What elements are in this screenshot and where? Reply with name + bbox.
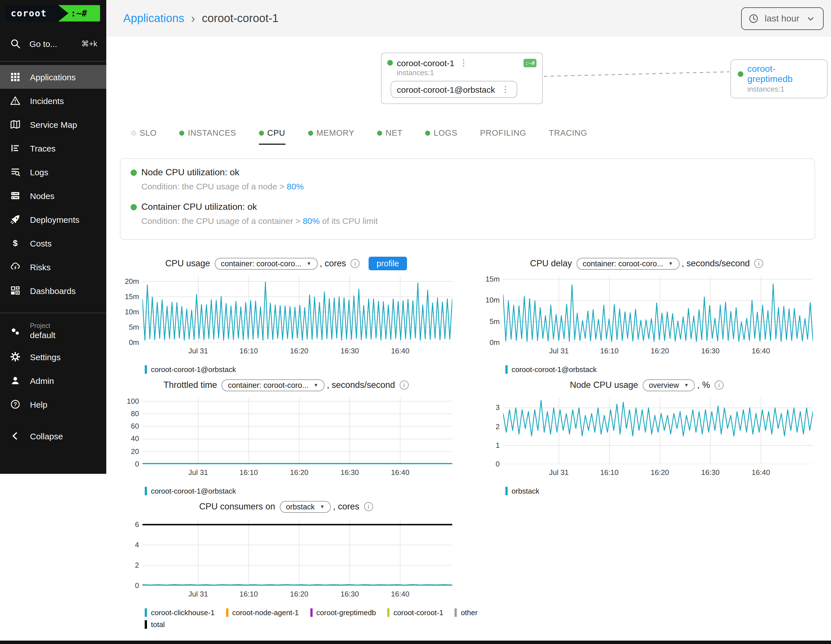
goto-search[interactable]: Go to... ⌘+k (0, 34, 106, 53)
sidebar-item-label: Logs (30, 167, 48, 177)
tab-logs[interactable]: LOGS (425, 128, 457, 145)
sidebar-item-project[interactable]: Project default (0, 318, 106, 345)
legend-item[interactable]: coroot-node-agent-1 (226, 608, 299, 617)
y-axis-label: 5m (481, 317, 500, 325)
sidebar-item-admin[interactable]: Admin (0, 369, 106, 392)
tab-memory[interactable]: MEMORY (308, 128, 355, 145)
chart-plot[interactable] (142, 276, 452, 343)
legend-item[interactable]: coroot-greptimedb (310, 608, 376, 617)
node-selector[interactable]: orbstack▼ (280, 501, 331, 513)
series-selector[interactable]: container: coroot-coro...▼ (221, 379, 325, 391)
legend-swatch (505, 365, 508, 374)
profile-button[interactable]: profile (369, 257, 407, 270)
tab-label: INSTANCES (188, 128, 236, 137)
kebab-icon[interactable]: ⋮ (500, 84, 511, 94)
chart-plot[interactable] (142, 519, 452, 586)
chart-plot[interactable] (503, 276, 813, 343)
x-axis-label: 16:20 (290, 468, 308, 477)
sidebar-item-service-map[interactable]: Service Map (0, 113, 106, 136)
tab-net[interactable]: NET (377, 128, 403, 145)
legend-label: coroot-coroot-1 (393, 608, 443, 617)
tab-cpu[interactable]: CPU (259, 128, 285, 145)
y-axis-label: 2 (120, 561, 139, 569)
threshold-link[interactable]: 80% (303, 216, 320, 226)
coroot-logo[interactable]: coroot :~# (5, 5, 100, 21)
x-axis-label: 16:40 (391, 468, 409, 477)
terminal-badge[interactable]: :~# (524, 59, 536, 67)
series-selector[interactable]: container: coroot-coro...▼ (215, 258, 317, 269)
dependency-node-card: coroot-greptimedb instances:1 (731, 59, 828, 98)
sidebar-item-nodes[interactable]: Nodes (0, 184, 106, 207)
sidebar-item-dashboards[interactable]: Dashboards (0, 279, 106, 303)
legend-item[interactable]: coroot-clickhouse-1 (145, 608, 215, 617)
tab-slo[interactable]: SLO (131, 128, 157, 145)
series-selector[interactable]: overview▼ (643, 379, 695, 391)
kebab-icon[interactable]: ⋮ (458, 58, 469, 68)
sidebar-item-traces[interactable]: Traces (0, 136, 106, 160)
sidebar-item-logs[interactable]: Logs (0, 160, 106, 184)
instances-label: instances:1 (747, 85, 820, 93)
time-range-selector[interactable]: last hour (741, 7, 824, 30)
sidebar-item-collapse[interactable]: Collapse (0, 424, 106, 448)
chart-node-cpu-usage: Node CPU usage overview▼ , % i 0123Jul 3… (481, 378, 813, 495)
legend-label: coroot-node-agent-1 (232, 608, 299, 617)
sidebar-item-label: Dashboards (30, 286, 76, 295)
chart-plot[interactable] (503, 397, 813, 464)
sidebar-item-label: Settings (30, 352, 60, 362)
breadcrumb-applications[interactable]: Applications (123, 12, 184, 25)
sidebar-item-deployments[interactable]: Deployments (0, 207, 106, 231)
dependency-node-link[interactable]: coroot-greptimedb (747, 64, 820, 84)
y-axis-label: 6 (120, 521, 139, 529)
chart-plot[interactable] (142, 397, 452, 464)
tab-profiling[interactable]: PROFILING (480, 128, 526, 145)
y-axis-label: 2 (481, 422, 500, 430)
y-axis-label: 40 (120, 435, 139, 443)
tab-tracing[interactable]: TRACING (549, 128, 587, 145)
threshold-link[interactable]: 80% (287, 182, 304, 191)
project-label: Project (30, 322, 56, 330)
chevron-down-icon: ▼ (669, 261, 673, 266)
legend-item[interactable]: other (455, 608, 478, 617)
instance-box[interactable]: coroot-coroot-1@orbstack ⋮ (391, 81, 517, 98)
tab-instances[interactable]: INSTANCES (179, 128, 236, 145)
info-icon[interactable]: i (715, 381, 724, 390)
sidebar-item-applications[interactable]: Applications (0, 65, 106, 89)
sidebar-item-label: Deployments (30, 215, 80, 224)
sidebar-item-help[interactable]: ?Help (0, 392, 106, 416)
tab-status-dot (308, 130, 313, 135)
info-icon[interactable]: i (350, 259, 360, 268)
x-axis-label: 16:20 (290, 590, 308, 598)
info-icon[interactable]: i (400, 381, 408, 390)
instance-name: coroot-coroot-1@orbstack (397, 84, 495, 94)
legend-item[interactable]: coroot-coroot-1@orbstack (505, 365, 597, 374)
legend-item[interactable]: total (145, 620, 165, 629)
x-axis-label: 16:10 (239, 590, 258, 598)
legend-item[interactable]: orbstack (505, 487, 539, 495)
chart-title: Throttled time (164, 380, 217, 390)
sidebar-item-incidents[interactable]: Incidents (0, 89, 106, 113)
sidebar-item-costs[interactable]: $Costs (0, 231, 106, 255)
info-icon[interactable]: i (755, 259, 763, 268)
info-icon[interactable]: i (364, 502, 373, 511)
legend-label: total (151, 620, 165, 629)
service-map-panel: coroot-coroot-1 ⋮ :~# instances:1 coroot… (106, 53, 831, 120)
legend-swatch (387, 608, 390, 617)
footer-bar (0, 641, 831, 644)
clock-icon (748, 13, 759, 24)
x-axis-label: 16:20 (651, 347, 669, 355)
legend-item[interactable]: coroot-coroot-1@orbstack (145, 365, 236, 374)
legend-swatch (145, 487, 147, 495)
sidebar-item-risks[interactable]: Risks (0, 255, 106, 279)
legend-item[interactable]: coroot-coroot-1@orbstack (145, 487, 236, 495)
legend-swatch (505, 487, 508, 495)
x-axis-label: 16:20 (290, 347, 308, 355)
checks-panel: Node CPU utilization: okCondition: the C… (120, 158, 815, 240)
series-selector[interactable]: container: coroot-coro...▼ (576, 258, 679, 269)
coroot-app: coroot :~# Go to... ⌘+k ApplicationsInci… (0, 0, 831, 644)
sidebar-nav: ApplicationsIncidentsService MapTracesLo… (0, 65, 106, 303)
legend-label: coroot-coroot-1@orbstack (512, 365, 597, 374)
sidebar-item-settings[interactable]: Settings (0, 345, 106, 369)
gear-icon (10, 351, 21, 362)
map-icon (10, 119, 21, 130)
legend-item[interactable]: coroot-coroot-1 (387, 608, 443, 617)
